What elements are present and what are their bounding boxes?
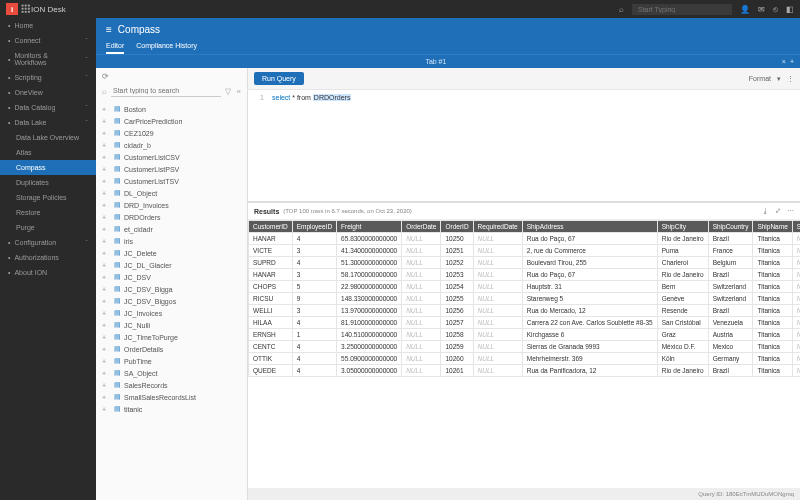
file-item[interactable]: +▤DRDOrders — [96, 211, 247, 223]
file-item[interactable]: +▤DL_Object — [96, 187, 247, 199]
file-item[interactable]: +▤SmallSalesRecordsList — [96, 391, 247, 403]
column-header[interactable]: ShippedDate — [792, 221, 800, 233]
table-row[interactable]: ERNSH1140.510000000000NULL10258NULLKirch… — [249, 329, 801, 341]
column-header[interactable]: CustomerID — [249, 221, 293, 233]
expand-icon[interactable]: + — [102, 274, 110, 281]
expand-icon[interactable]: + — [102, 262, 110, 269]
file-item[interactable]: +▤et_cidadr — [96, 223, 247, 235]
sidebar-item-configuration[interactable]: •Configuration˅ — [0, 235, 96, 250]
column-header[interactable]: ShipCity — [657, 221, 708, 233]
column-header[interactable]: Freight — [337, 221, 402, 233]
file-item[interactable]: +▤JC_DSV_Bigga — [96, 283, 247, 295]
table-row[interactable]: CENTC43.25000000000000NULL10259NULLSierr… — [249, 341, 801, 353]
tab-compliance-history[interactable]: Compliance History — [136, 39, 197, 54]
expand-icon[interactable]: + — [102, 382, 110, 389]
file-item[interactable]: +▤SalesRecords — [96, 379, 247, 391]
file-item[interactable]: +▤CustomerListCSV — [96, 151, 247, 163]
file-item[interactable]: +▤DRD_Invoices — [96, 199, 247, 211]
table-row[interactable]: HILAA481.9100000000000NULL10257NULLCarre… — [249, 317, 801, 329]
expand-icon[interactable]: + — [102, 226, 110, 233]
table-row[interactable]: RICSU9148.330000000000NULL10255NULLStare… — [249, 293, 801, 305]
expand-icon[interactable]: + — [102, 394, 110, 401]
file-item[interactable]: +▤cidadr_b — [96, 139, 247, 151]
expand-icon[interactable]: ⤢ — [775, 207, 781, 215]
table-row[interactable]: SUPRD451.3000000000000NULL10252NULLBoule… — [249, 257, 801, 269]
file-item[interactable]: +▤OrderDetails — [96, 343, 247, 355]
table-row[interactable]: CHOPS522.9800000000000NULL10254NULLHaupt… — [249, 281, 801, 293]
file-search-input[interactable] — [111, 85, 221, 97]
file-item[interactable]: +▤JC_DL_Glacier — [96, 259, 247, 271]
share-icon[interactable]: ⎋ — [773, 5, 778, 14]
expand-icon[interactable]: + — [102, 322, 110, 329]
sidebar-item-scripting[interactable]: •Scripting˅ — [0, 70, 96, 85]
expand-icon[interactable]: + — [102, 202, 110, 209]
bookmark-icon[interactable]: ◧ — [786, 5, 794, 14]
table-row[interactable]: WELLI313.9700000000000NULL10256NULLRua d… — [249, 305, 801, 317]
expand-icon[interactable]: + — [102, 106, 110, 113]
collapse-explorer-icon[interactable]: « — [237, 87, 241, 96]
table-row[interactable]: QUEDE43.05000000000000NULL10261NULLRua d… — [249, 365, 801, 377]
expand-icon[interactable]: + — [102, 130, 110, 137]
sidebar-item-connect[interactable]: •Connect˅ — [0, 33, 96, 48]
expand-icon[interactable]: + — [102, 142, 110, 149]
expand-icon[interactable]: + — [102, 250, 110, 257]
file-item[interactable]: +▤JC_Invoices — [96, 307, 247, 319]
close-tab-icon[interactable]: × — [782, 58, 786, 65]
filter-icon[interactable]: ▽ — [225, 87, 231, 96]
column-header[interactable]: ShipAddress — [522, 221, 657, 233]
file-item[interactable]: +▤SA_Object — [96, 367, 247, 379]
download-icon[interactable]: ⭳ — [762, 207, 769, 215]
more-icon[interactable]: ⋯ — [787, 207, 794, 215]
file-item[interactable]: +▤CustomerListPSV — [96, 163, 247, 175]
user-icon[interactable]: 👤 — [740, 5, 750, 14]
file-item[interactable]: +▤PubTime — [96, 355, 247, 367]
apps-icon[interactable] — [21, 4, 31, 14]
query-tab[interactable]: Tab #1 — [417, 56, 454, 67]
sidebar-item-duplicates[interactable]: Duplicates — [0, 175, 96, 190]
file-item[interactable]: +▤iris — [96, 235, 247, 247]
expand-icon[interactable]: + — [102, 286, 110, 293]
file-item[interactable]: +▤JC_DSV — [96, 271, 247, 283]
hamburger-icon[interactable]: ≡ — [106, 24, 112, 35]
tab-editor[interactable]: Editor — [106, 39, 124, 54]
sidebar-item-purge[interactable]: Purge — [0, 220, 96, 235]
column-header[interactable]: ShipName — [753, 221, 792, 233]
expand-icon[interactable]: + — [102, 214, 110, 221]
global-search-input[interactable] — [632, 4, 732, 15]
expand-icon[interactable]: + — [102, 298, 110, 305]
sidebar-item-about-ion[interactable]: •About ION — [0, 265, 96, 280]
sidebar-item-atlas[interactable]: Atlas — [0, 145, 96, 160]
sidebar-item-oneview[interactable]: •OneView — [0, 85, 96, 100]
sidebar-item-monitors-workflows[interactable]: •Monitors & Workflows˅ — [0, 48, 96, 70]
sidebar-item-compass[interactable]: Compass — [0, 160, 96, 175]
expand-icon[interactable]: + — [102, 370, 110, 377]
sidebar-item-home[interactable]: •Home — [0, 18, 96, 33]
column-header[interactable]: OrderID — [441, 221, 473, 233]
refresh-icon[interactable]: ⟳ — [102, 72, 109, 81]
sidebar-item-data-lake[interactable]: •Data Lake˄ — [0, 115, 96, 130]
table-row[interactable]: HANAR465.8300000000000NULL10250NULLRua d… — [249, 233, 801, 245]
file-item[interactable]: +▤Boston — [96, 103, 247, 115]
column-header[interactable]: RequiredDate — [473, 221, 522, 233]
sidebar-item-storage-policies[interactable]: Storage Policies — [0, 190, 96, 205]
sql-editor[interactable]: 1 select * from DRDOrders — [248, 90, 800, 202]
table-row[interactable]: HANAR358.1700000000000NULL10253NULLRua d… — [249, 269, 801, 281]
expand-icon[interactable]: + — [102, 118, 110, 125]
file-item[interactable]: +▤JC_TimeToPurge — [96, 331, 247, 343]
expand-icon[interactable]: + — [102, 166, 110, 173]
expand-icon[interactable]: + — [102, 358, 110, 365]
sidebar-item-authorizations[interactable]: •Authorizations — [0, 250, 96, 265]
file-item[interactable]: +▤titanic — [96, 403, 247, 415]
file-item[interactable]: +▤CEZ1029 — [96, 127, 247, 139]
file-item[interactable]: +▤JC_Delete — [96, 247, 247, 259]
sidebar-item-data-catalog[interactable]: •Data Catalog˅ — [0, 100, 96, 115]
sidebar-item-data-lake-overview[interactable]: Data Lake Overview — [0, 130, 96, 145]
expand-icon[interactable]: + — [102, 346, 110, 353]
file-item[interactable]: +▤JC_Nulli — [96, 319, 247, 331]
column-header[interactable]: ShipCountry — [708, 221, 753, 233]
expand-icon[interactable]: + — [102, 334, 110, 341]
mail-icon[interactable]: ✉ — [758, 5, 765, 14]
expand-icon[interactable]: + — [102, 178, 110, 185]
chevron-down-icon[interactable]: ▾ — [777, 75, 781, 83]
expand-icon[interactable]: + — [102, 406, 110, 413]
